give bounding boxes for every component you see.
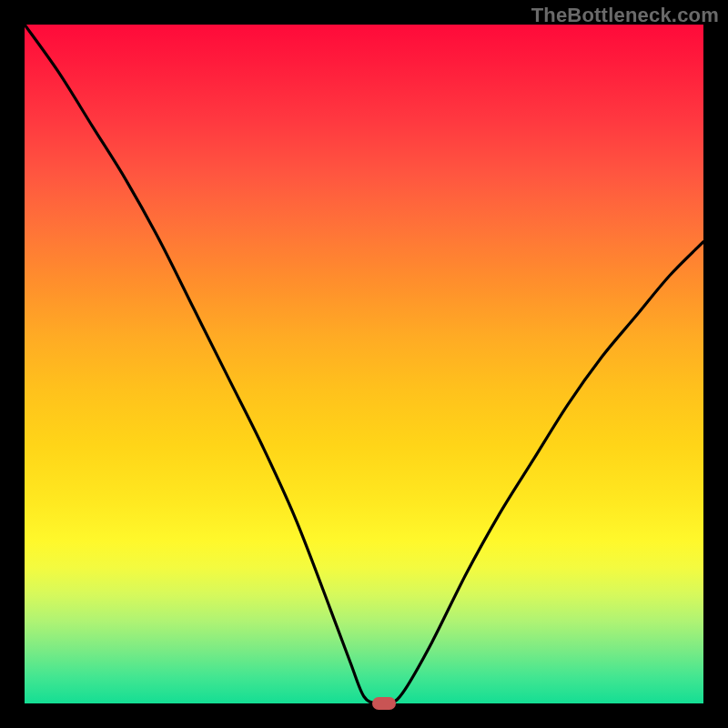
curve-path: [25, 25, 703, 703]
chart-stage: TheBottleneck.com: [0, 0, 728, 728]
bottleneck-curve: [25, 25, 703, 703]
optimal-marker: [372, 697, 396, 710]
watermark-text: TheBottleneck.com: [531, 4, 719, 27]
plot-area: [25, 25, 703, 703]
